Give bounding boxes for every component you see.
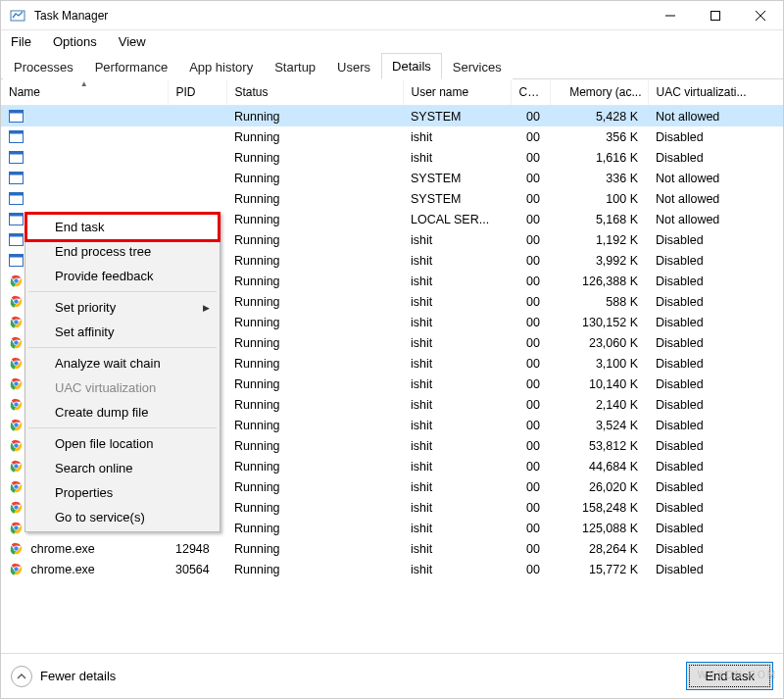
chrome-icon bbox=[9, 315, 24, 329]
window-title: Task Manager bbox=[28, 9, 648, 23]
process-uac: Disabled bbox=[648, 229, 783, 250]
process-memory: 336 K bbox=[550, 168, 648, 188]
process-status: Running bbox=[226, 394, 403, 415]
process-uac: Disabled bbox=[648, 250, 783, 271]
process-user: ishit bbox=[403, 126, 511, 147]
process-memory: 5,428 K bbox=[550, 106, 648, 127]
process-status: Running bbox=[226, 271, 403, 291]
window-process-icon bbox=[9, 109, 24, 124]
process-cpu: 00 bbox=[511, 188, 550, 209]
context-item-provide-feedback[interactable]: Provide feedback bbox=[27, 264, 218, 288]
tab-startup[interactable]: Startup bbox=[264, 54, 326, 79]
table-row[interactable]: RunningSYSTEM005,428 KNot allowed bbox=[1, 106, 783, 127]
table-row[interactable]: Runningishit001,616 KDisabled bbox=[1, 147, 783, 168]
close-button[interactable] bbox=[738, 1, 783, 30]
chrome-icon bbox=[9, 294, 24, 309]
col-header-user[interactable]: User name bbox=[403, 79, 511, 106]
process-memory: 356 K bbox=[550, 126, 648, 147]
tab-services[interactable]: Services bbox=[442, 54, 513, 79]
process-pid: 12948 bbox=[168, 538, 226, 559]
context-item-analyze-wait-chain[interactable]: Analyze wait chain bbox=[27, 351, 218, 375]
process-uac: Disabled bbox=[648, 456, 783, 476]
svg-rect-14 bbox=[10, 193, 24, 196]
process-pid bbox=[168, 168, 226, 188]
process-cpu: 00 bbox=[511, 332, 550, 353]
svg-rect-12 bbox=[10, 173, 24, 175]
process-pid bbox=[168, 147, 226, 168]
menu-view[interactable]: View bbox=[115, 32, 150, 51]
tab-performance[interactable]: Performance bbox=[84, 54, 178, 79]
process-status: Running bbox=[226, 415, 403, 435]
process-memory: 1,616 K bbox=[550, 147, 648, 168]
col-header-pid[interactable]: PID bbox=[168, 79, 226, 106]
process-cpu: 00 bbox=[511, 559, 550, 579]
chrome-icon bbox=[9, 459, 24, 474]
menu-options[interactable]: Options bbox=[49, 32, 101, 51]
minimize-button[interactable] bbox=[648, 1, 693, 30]
context-item-set-priority[interactable]: Set priority▶ bbox=[27, 295, 218, 320]
process-cpu: 00 bbox=[511, 415, 550, 435]
col-header-name[interactable]: ▲Name bbox=[1, 79, 168, 106]
context-item-create-dump-file[interactable]: Create dump file bbox=[27, 400, 218, 424]
process-cpu: 00 bbox=[511, 435, 550, 456]
tab-processes[interactable]: Processes bbox=[3, 54, 84, 79]
process-user: LOCAL SER... bbox=[403, 209, 511, 229]
tab-details[interactable]: Details bbox=[381, 53, 442, 79]
process-user: ishit bbox=[403, 497, 511, 518]
window-process-icon bbox=[9, 253, 24, 268]
context-menu: End taskEnd process treeProvide feedback… bbox=[24, 212, 220, 532]
context-item-properties[interactable]: Properties bbox=[27, 480, 218, 505]
fewer-details-label: Fewer details bbox=[40, 669, 116, 683]
table-row[interactable]: RunningSYSTEM00336 KNot allowed bbox=[1, 168, 783, 188]
process-memory: 10,140 K bbox=[550, 374, 648, 394]
process-memory: 28,264 K bbox=[550, 538, 648, 559]
context-separator bbox=[28, 347, 217, 348]
menu-file[interactable]: File bbox=[7, 32, 35, 51]
svg-rect-6 bbox=[10, 111, 24, 114]
process-uac: Not allowed bbox=[648, 209, 783, 229]
col-header-memory[interactable]: Memory (ac... bbox=[550, 79, 648, 106]
chrome-icon bbox=[9, 274, 24, 288]
context-item-end-process-tree[interactable]: End process tree bbox=[27, 239, 218, 264]
chrome-icon bbox=[9, 479, 24, 494]
tab-users[interactable]: Users bbox=[326, 54, 381, 79]
process-pid bbox=[168, 106, 226, 127]
process-cpu: 00 bbox=[511, 312, 550, 332]
process-user: ishit bbox=[403, 353, 511, 374]
context-item-search-online[interactable]: Search online bbox=[27, 456, 218, 480]
chrome-icon bbox=[9, 418, 24, 432]
process-user: ishit bbox=[403, 229, 511, 250]
process-uac: Disabled bbox=[648, 147, 783, 168]
table-row[interactable]: Runningishit00356 KDisabled bbox=[1, 126, 783, 147]
maximize-button[interactable] bbox=[693, 1, 738, 30]
process-table-wrap: ▲Name PID Status User name CPU Memory (a… bbox=[1, 79, 783, 653]
process-user: ishit bbox=[403, 456, 511, 476]
svg-rect-18 bbox=[10, 234, 24, 237]
table-row[interactable]: chrome.exe30564Runningishit0015,772 KDis… bbox=[1, 559, 783, 579]
context-item-set-affinity[interactable]: Set affinity bbox=[27, 320, 218, 344]
table-row[interactable]: RunningSYSTEM00100 KNot allowed bbox=[1, 188, 783, 209]
process-cpu: 00 bbox=[511, 394, 550, 415]
tab-app-history[interactable]: App history bbox=[178, 54, 264, 79]
process-user: SYSTEM bbox=[403, 168, 511, 188]
fewer-details-toggle[interactable]: Fewer details bbox=[11, 666, 116, 687]
chrome-icon bbox=[9, 562, 24, 576]
context-item-end-task[interactable]: End task bbox=[24, 212, 220, 242]
process-status: Running bbox=[226, 106, 403, 127]
process-cpu: 00 bbox=[511, 126, 550, 147]
context-item-go-to-service-s[interactable]: Go to service(s) bbox=[27, 505, 218, 529]
context-item-open-file-location[interactable]: Open file location bbox=[27, 431, 218, 456]
col-header-status[interactable]: Status bbox=[226, 79, 403, 106]
process-pid: 30564 bbox=[168, 559, 226, 579]
svg-rect-8 bbox=[10, 131, 24, 134]
table-row[interactable]: chrome.exe12948Runningishit0028,264 KDis… bbox=[1, 538, 783, 559]
col-header-cpu[interactable]: CPU bbox=[511, 79, 550, 106]
process-uac: Disabled bbox=[648, 291, 783, 312]
process-cpu: 00 bbox=[511, 291, 550, 312]
col-header-uac[interactable]: UAC virtualizati... bbox=[648, 79, 783, 106]
process-memory: 3,524 K bbox=[550, 415, 648, 435]
process-user: ishit bbox=[403, 250, 511, 271]
process-status: Running bbox=[226, 518, 403, 538]
process-memory: 100 K bbox=[550, 188, 648, 209]
process-status: Running bbox=[226, 229, 403, 250]
